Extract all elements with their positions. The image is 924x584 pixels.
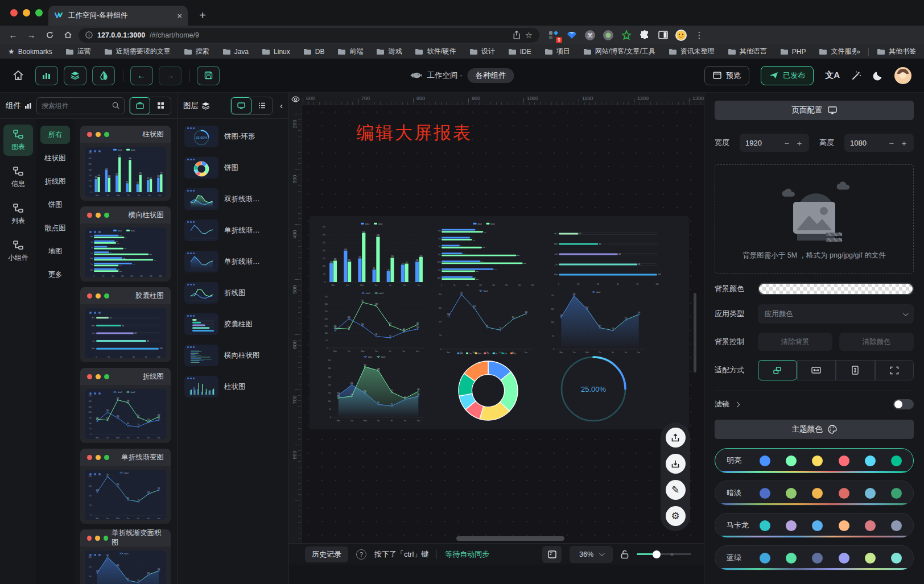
browser-menu-icon[interactable]: ⋮ — [693, 29, 706, 42]
canvas-chart-capsule[interactable]: 厦门20南阳40北京60上海80新疆100020406080100 — [548, 224, 665, 288]
command-extension-icon[interactable]: ⌘ — [584, 29, 596, 42]
dashboard-panel[interactable]: data1data2050100150200250300350120200150… — [310, 216, 689, 429]
chevron-right-icon[interactable] — [735, 401, 740, 407]
category-item[interactable]: 折线图 — [40, 172, 70, 190]
chart-panel-toggle-button[interactable] — [35, 66, 58, 85]
theme-color-dot[interactable] — [839, 520, 849, 531]
bookmarks-root[interactable]: ★ Bookmarks — [8, 47, 52, 56]
bookmark-folder[interactable]: 其他语言 — [728, 47, 767, 56]
grid-view-button[interactable] — [150, 97, 171, 114]
detail-panel-toggle-button[interactable] — [92, 66, 115, 85]
address-bar[interactable]: 127.0.0.1:3000 /#/chart/home/9 ☆ — [79, 28, 539, 43]
canvas-chart-single-area[interactable]: data10501001502001202001508070110130MonT… — [548, 290, 648, 356]
rail-nav-item[interactable]: 图表 — [3, 125, 33, 156]
zoom-select[interactable]: 36% — [570, 546, 613, 563]
theme-row[interactable]: 明亮 — [715, 448, 914, 473]
component-card[interactable]: 单折线渐变图 data10501001502001202001508070110… — [80, 449, 171, 524]
theme-color-dot[interactable] — [812, 488, 823, 499]
canvas-chart-bar[interactable]: data1data2050100150200250300350120200150… — [320, 222, 428, 289]
gem-extension-icon[interactable] — [566, 29, 578, 42]
canvas-vertical-scrollbar[interactable] — [694, 293, 696, 372]
bookmark-folder[interactable]: 文件服务器 — [819, 47, 856, 56]
zoom-slider[interactable] — [637, 553, 691, 555]
minimize-window-button[interactable] — [23, 9, 30, 16]
component-card[interactable]: 单折线渐变面积图 data105010015020012020015080701… — [80, 529, 171, 584]
theme-color-dot[interactable] — [865, 520, 876, 531]
theme-color-dot[interactable] — [839, 488, 849, 499]
height-stepper[interactable]: 1080 − + — [844, 134, 914, 152]
star-extension-icon[interactable] — [620, 29, 633, 42]
theme-color-dot[interactable] — [865, 455, 876, 466]
width-stepper[interactable]: 1920 − + — [740, 134, 809, 152]
canvas-chart-pie[interactable]: MonTueWedThuFriSatSun — [443, 351, 534, 428]
site-info-icon[interactable] — [85, 31, 93, 39]
export-button[interactable] — [666, 428, 686, 448]
bookmark-folder[interactable]: 网站/博客/文章/工具 — [583, 47, 655, 56]
theme-color-dot[interactable] — [891, 520, 902, 531]
background-upload-dropzone[interactable]: 背景图需小于 5M ，格式为 png/jpg/gif 的文件 — [715, 164, 914, 274]
extensions-puzzle-icon[interactable] — [638, 29, 651, 42]
theme-color-dot[interactable] — [839, 553, 849, 564]
bookmark-folder[interactable]: 软件/硬件 — [415, 47, 456, 56]
width-decrement-icon[interactable]: − — [783, 138, 791, 148]
redo-button[interactable]: → — [159, 66, 182, 85]
background-color-swatch[interactable] — [758, 283, 914, 295]
bookmark-folder[interactable]: 资讯未整理 — [669, 47, 715, 56]
bookmark-folder[interactable]: 游戏 — [376, 47, 402, 56]
theme-color-dot[interactable] — [760, 488, 770, 499]
bookmark-folder[interactable]: 项目 — [544, 47, 570, 56]
bookmark-folder[interactable]: 近期需要读的文章 — [104, 47, 171, 56]
fit-fullscreen-button[interactable] — [875, 360, 914, 380]
dark-mode-moon-icon[interactable] — [873, 71, 883, 81]
canvas-chart-ring-progress[interactable]: 25.00% — [551, 353, 636, 428]
eye-icon[interactable] — [291, 96, 300, 102]
theme-color-dot[interactable] — [760, 520, 770, 531]
bookmark-folder[interactable]: 运营 — [65, 47, 91, 56]
width-value[interactable]: 1920 — [745, 139, 778, 147]
bookmark-folder[interactable]: 搜索 — [184, 47, 209, 56]
theme-color-dot[interactable] — [891, 455, 902, 466]
layer-item[interactable]: 柱状图 — [184, 376, 282, 397]
rail-nav-item[interactable]: 小组件 — [3, 235, 33, 267]
layer-item[interactable]: 横向柱状图 — [184, 345, 282, 366]
category-item[interactable]: 所有 — [40, 126, 70, 144]
category-item[interactable]: 更多 — [40, 266, 70, 284]
theme-row[interactable]: 暗淡 — [715, 481, 914, 506]
theme-color-dot[interactable] — [812, 520, 823, 531]
publish-button[interactable]: 已发布 — [761, 66, 814, 85]
share-icon[interactable] — [513, 31, 521, 39]
bookmark-folder[interactable]: Linux — [262, 47, 290, 56]
layer-item[interactable]: 25.00% 饼图-环形 — [184, 126, 282, 147]
edit-button[interactable]: ✎ — [666, 480, 686, 500]
category-item[interactable]: 散点图 — [40, 219, 70, 237]
bookmark-star-icon[interactable]: ☆ — [525, 30, 533, 40]
theme-color-dot[interactable] — [839, 455, 849, 466]
layer-item[interactable]: 单折线渐… — [184, 251, 282, 272]
clear-background-button[interactable]: 清除背景 — [758, 333, 832, 351]
layers-panel-toggle-button[interactable] — [64, 66, 86, 85]
layers-list-view-button[interactable] — [251, 97, 272, 114]
component-card[interactable]: 横向柱状图 data1data2050100150200250300350Sun… — [80, 206, 171, 281]
bookmark-folder[interactable]: Java — [222, 47, 249, 56]
home-icon[interactable] — [60, 28, 75, 43]
project-name[interactable]: 各种组件 — [468, 68, 514, 83]
height-value[interactable]: 1080 — [850, 139, 883, 147]
collapse-panel-icon[interactable]: ‹ — [280, 101, 283, 110]
bookmark-folder[interactable]: 前端 — [337, 47, 363, 56]
theme-color-dot[interactable] — [865, 488, 876, 499]
bookmark-folder[interactable]: 设计 — [469, 47, 495, 56]
extension-grid-icon[interactable]: 9 — [547, 29, 560, 42]
back-icon[interactable]: ← — [6, 28, 20, 43]
reload-icon[interactable] — [42, 28, 57, 43]
theme-color-dot[interactable] — [812, 553, 823, 564]
zoom-slider-handle[interactable] — [653, 550, 661, 558]
lock-icon[interactable] — [621, 550, 629, 559]
fit-width-button[interactable] — [797, 360, 836, 380]
canvas-chart-single-line[interactable]: data10501001502001202001508070110130MonT… — [436, 289, 535, 356]
theme-color-dot[interactable] — [786, 488, 797, 499]
layer-item[interactable]: 单折线渐… — [184, 219, 282, 241]
settings-gear-button[interactable]: ⚙ — [666, 506, 686, 526]
component-card[interactable]: 胶囊柱图 厦门20南阳40北京60上海80新疆100020406080100 — [80, 287, 171, 362]
save-button[interactable] — [197, 66, 220, 85]
design-canvas[interactable]: 编辑大屏报表 data1data205010015020025030035012… — [302, 105, 704, 543]
